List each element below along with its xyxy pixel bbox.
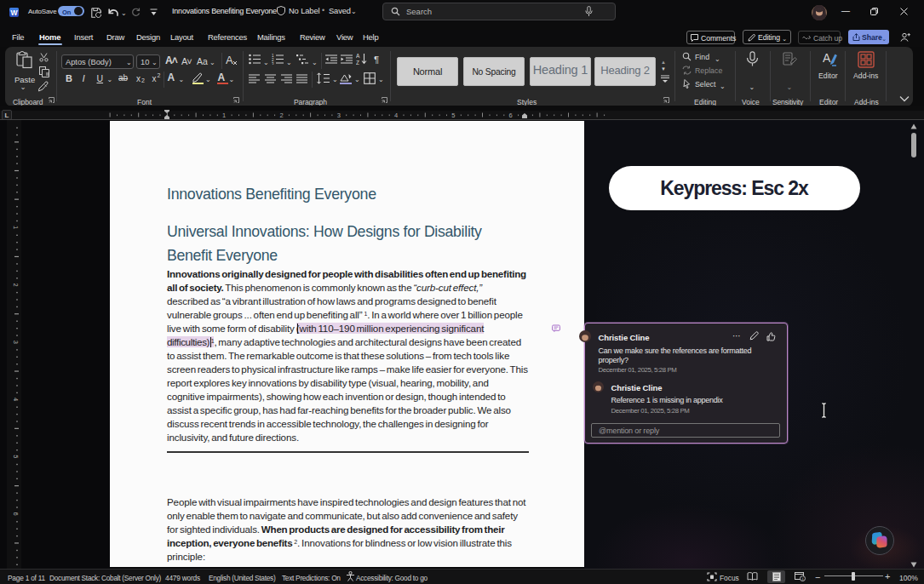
svg-text:6: 6: [12, 512, 20, 516]
svg-text:2: 2: [279, 112, 283, 119]
svg-text:2: 2: [12, 283, 20, 286]
svg-text:3: 3: [337, 112, 341, 119]
svg-text:5: 5: [12, 455, 20, 458]
svg-text:i: i: [802, 576, 803, 581]
svg-text:6: 6: [509, 112, 513, 119]
svg-text:4: 4: [394, 112, 398, 119]
svg-text:5: 5: [451, 112, 455, 119]
svg-text:1: 1: [12, 226, 20, 229]
svg-text:3: 3: [12, 341, 20, 344]
svg-text:1: 1: [222, 112, 226, 119]
svg-text:4: 4: [12, 398, 20, 401]
